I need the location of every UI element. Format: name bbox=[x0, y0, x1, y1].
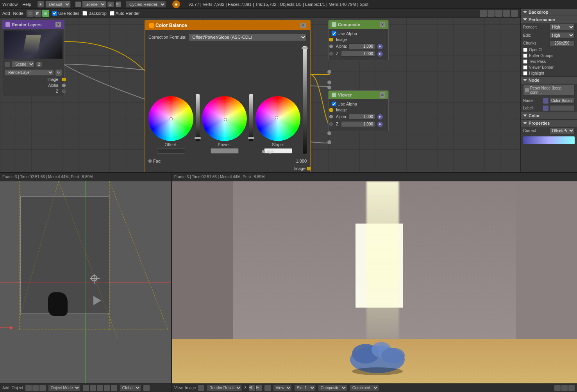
node-icon[interactable]: ◩ bbox=[34, 10, 41, 17]
comp-close-btn[interactable]: ✕ bbox=[380, 22, 385, 27]
slot-select[interactable]: Slot 1 bbox=[294, 385, 316, 391]
rl-scene-select[interactable]: Scene bbox=[12, 61, 35, 68]
comp-alpha-btn[interactable]: ▶ bbox=[377, 44, 383, 49]
rl-close-btn[interactable]: ✕ bbox=[55, 22, 61, 27]
view-icon2[interactable] bbox=[264, 385, 271, 391]
reset-node-btn[interactable]: Reset Node (keep conn... bbox=[521, 84, 577, 97]
viewer-z-value[interactable]: 1.000 bbox=[341, 121, 375, 127]
scene-select[interactable]: Scene bbox=[82, 1, 106, 8]
image-label[interactable]: Image bbox=[185, 386, 196, 390]
use-nodes-checkbox-label[interactable]: Use Nodes bbox=[52, 11, 79, 16]
vp-trans-icon1[interactable] bbox=[83, 385, 89, 391]
comp-alpha-value[interactable]: 1.000 bbox=[348, 43, 375, 49]
viewer-alpha-btn[interactable]: ▶ bbox=[377, 114, 383, 120]
cb-close-btn[interactable]: ✕ bbox=[300, 23, 306, 28]
color-balance-node[interactable]: Color Balance ✕ Correction Formula: Offs… bbox=[145, 20, 311, 172]
viewer-node[interactable]: Viewer ✕ Use Alpha Image bbox=[328, 90, 389, 131]
add-menu[interactable]: Add bbox=[2, 11, 10, 16]
frame-prev-icon[interactable]: ◀ bbox=[249, 385, 255, 391]
vp-right-icon[interactable] bbox=[143, 385, 150, 391]
cb-offset-wheel[interactable] bbox=[148, 96, 193, 141]
composite-node[interactable]: Composite ✕ Use Alpha Image bbox=[328, 20, 389, 61]
auto-render-checkbox-label[interactable]: Auto Render bbox=[110, 11, 140, 16]
layout-icon[interactable] bbox=[495, 10, 502, 17]
color-gradient[interactable] bbox=[523, 136, 575, 144]
rl-reload-icon[interactable]: ↻ bbox=[55, 70, 62, 76]
img-right-icon3[interactable] bbox=[568, 385, 575, 391]
comp-z-btn[interactable]: ▶ bbox=[377, 51, 383, 57]
context-select[interactable]: Default bbox=[45, 1, 71, 8]
vp-icon3[interactable] bbox=[39, 385, 46, 391]
cb-vslider1-track[interactable] bbox=[196, 94, 200, 141]
img-right-icon2[interactable] bbox=[561, 385, 568, 391]
vp-trans-icon5[interactable] bbox=[111, 385, 117, 391]
scene-add-icon[interactable]: ✕ bbox=[116, 2, 121, 7]
edit-select[interactable]: High bbox=[549, 32, 575, 39]
cb-vslider-right-track[interactable] bbox=[303, 46, 307, 154]
cb-formula-select[interactable]: Offset/Power/Slope (ASC-CDL) bbox=[189, 33, 307, 41]
global-select[interactable]: Global bbox=[120, 385, 141, 391]
backdrop-checkbox-label[interactable]: Backdrop bbox=[82, 11, 106, 16]
window-menu[interactable]: Window bbox=[2, 2, 18, 7]
combined-select[interactable]: Combined bbox=[350, 385, 379, 391]
opencl-checkbox[interactable] bbox=[523, 48, 527, 52]
highlight-checkbox[interactable] bbox=[523, 71, 527, 75]
render-result-select[interactable]: Render Result bbox=[207, 385, 242, 391]
object-mode-select[interactable]: Object Mode bbox=[48, 385, 80, 391]
vp-trans-icon3[interactable] bbox=[97, 385, 103, 391]
cb-slope-wheel[interactable] bbox=[255, 96, 300, 141]
properties-section-header[interactable]: Properties bbox=[521, 120, 577, 127]
render-layers-node[interactable]: Render Layers ✕ Scene bbox=[2, 20, 64, 96]
cb-vslider2-track[interactable] bbox=[249, 94, 253, 141]
vp-icon1[interactable] bbox=[25, 385, 32, 391]
color-section-header[interactable]: Color bbox=[521, 112, 577, 119]
viewer-z-btn[interactable]: ▶ bbox=[377, 122, 383, 127]
render-icon[interactable] bbox=[511, 10, 518, 17]
pin-icon[interactable] bbox=[503, 10, 510, 17]
view-mode-select[interactable]: View bbox=[273, 385, 292, 391]
performance-header[interactable]: Performance bbox=[521, 16, 577, 23]
node-section-header[interactable]: Node bbox=[521, 77, 577, 84]
view-icon[interactable] bbox=[488, 10, 495, 17]
add-label[interactable]: Add bbox=[2, 386, 9, 390]
use-nodes-checkbox[interactable] bbox=[52, 11, 57, 16]
active-icon[interactable]: ▣ bbox=[42, 10, 49, 17]
view-label[interactable]: View bbox=[174, 386, 183, 390]
vp-icon2[interactable] bbox=[32, 385, 39, 391]
img-icon1[interactable] bbox=[198, 385, 204, 391]
chunks-input[interactable] bbox=[549, 40, 575, 46]
cb-power-wheel[interactable] bbox=[202, 96, 247, 141]
help-menu[interactable]: Help bbox=[22, 2, 31, 7]
composite-select[interactable]: Composite bbox=[318, 385, 347, 391]
correct-select[interactable]: Offset/Power/ bbox=[549, 127, 575, 134]
render-engine-select[interactable]: Cycles Render bbox=[126, 1, 166, 8]
label-input[interactable] bbox=[549, 105, 575, 111]
cb-power-value[interactable] bbox=[211, 148, 239, 154]
frame-next-icon[interactable]: ▶ bbox=[256, 385, 262, 391]
node-menu[interactable]: Node bbox=[13, 11, 23, 16]
name-input[interactable] bbox=[549, 98, 575, 104]
two-pass-checkbox[interactable] bbox=[523, 59, 527, 64]
viewer-alpha-value[interactable]: 1.000 bbox=[348, 114, 375, 120]
viewer-use-alpha-checkbox[interactable] bbox=[332, 102, 336, 106]
img-right-icon1[interactable] bbox=[554, 385, 561, 391]
cb-offset-value[interactable] bbox=[157, 148, 185, 154]
buffer-groups-checkbox[interactable] bbox=[523, 54, 527, 58]
comp-use-alpha-label[interactable]: Use Alpha bbox=[332, 30, 385, 37]
rl-layer-select[interactable]: RenderLayer bbox=[5, 69, 54, 76]
viewer-close-btn[interactable]: ✕ bbox=[380, 92, 385, 98]
comp-use-alpha-checkbox[interactable] bbox=[332, 31, 336, 36]
backdrop-checkbox[interactable] bbox=[82, 11, 87, 16]
zoom-icon[interactable] bbox=[480, 10, 487, 17]
backdrop-header[interactable]: Backdrop bbox=[521, 9, 577, 16]
cb-image-out-socket bbox=[307, 167, 311, 170]
vp-trans-icon2[interactable] bbox=[90, 385, 96, 391]
auto-render-checkbox[interactable] bbox=[110, 11, 114, 16]
viewer-use-alpha-label[interactable]: Use Alpha bbox=[332, 101, 385, 107]
viewer-border-checkbox[interactable] bbox=[523, 65, 527, 70]
compositor-icon[interactable]: ⬡ bbox=[27, 10, 34, 17]
vp-trans-icon4[interactable] bbox=[104, 385, 110, 391]
object-label[interactable]: Object bbox=[12, 386, 23, 390]
render-select[interactable]: High bbox=[549, 24, 575, 30]
comp-z-value[interactable]: 1.000 bbox=[341, 51, 375, 57]
